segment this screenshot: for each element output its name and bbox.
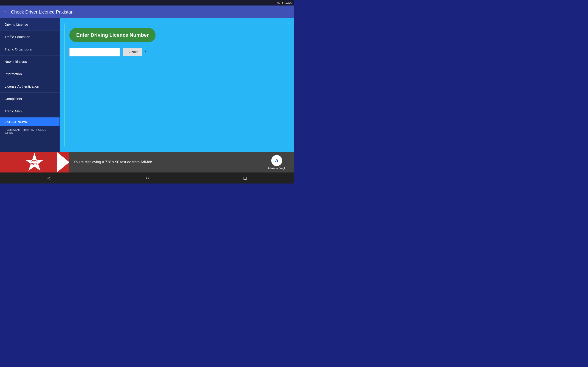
sidebar-item-license-authentication[interactable]: License Authentication <box>0 80 60 93</box>
sidebar-label-information: Information <box>5 72 22 76</box>
sidebar-item-complaints[interactable]: Complaints <box>0 93 60 105</box>
recents-button[interactable]: □ <box>244 175 247 181</box>
app-title: Check Driver Licence Pakistan <box>11 9 73 15</box>
sidebar-label-traffic-map: Traffic Map <box>5 109 22 113</box>
status-bar: 4G ⚡ 12:25 <box>0 0 294 6</box>
admob-label: AdMob by Google <box>268 167 286 169</box>
sidebar-label-traffic-organogram: Traffic Organogram <box>5 47 34 51</box>
ad-arrow-icon <box>57 152 69 173</box>
nav-bar: ◁ ○ □ <box>0 173 294 184</box>
content-area: Enter Driving Licence Number Submit * <box>60 18 294 152</box>
ad-text-section: You're displaying a 728 x 90 test ad fro… <box>69 160 259 164</box>
sidebar-item-driving-license[interactable]: Driving License <box>0 18 60 31</box>
form-card: Enter Driving Licence Number Submit * <box>64 23 289 147</box>
sidebar-label-traffic-education: Traffic Education <box>5 35 30 39</box>
sidebar: Driving License Traffic Education Traffi… <box>0 18 60 152</box>
ad-text: You're displaying a 728 x 90 test ad fro… <box>73 160 153 164</box>
latest-news-header: LATEST NEWS <box>0 117 60 126</box>
battery-icon: ⚡ <box>281 2 284 4</box>
sidebar-item-traffic-organogram[interactable]: Traffic Organogram <box>0 43 60 56</box>
submit-button[interactable]: Submit <box>123 48 142 56</box>
sidebar-item-traffic-map[interactable]: Traffic Map <box>0 105 60 117</box>
sidebar-item-traffic-education[interactable]: Traffic Education <box>0 31 60 43</box>
ad-great-work-text: Great work! <box>27 159 41 166</box>
sidebar-label-driving-license: Driving License <box>5 23 28 26</box>
sidebar-item-new-initiatives[interactable]: New Initiatives <box>0 56 60 68</box>
form-header: Enter Driving Licence Number <box>69 28 156 42</box>
main-layout: Driving License Traffic Education Traffi… <box>0 18 294 152</box>
ad-logo-section: a AdMob by Google <box>259 155 294 169</box>
back-button[interactable]: ◁ <box>47 175 51 181</box>
sidebar-label-license-authentication: License Authentication <box>5 84 39 88</box>
ad-red-section: Great work! <box>0 152 69 173</box>
signal-icon: 4G <box>277 2 280 4</box>
home-button[interactable]: ○ <box>146 175 149 181</box>
hamburger-menu-icon[interactable]: ≡ <box>4 10 6 14</box>
sidebar-label-new-initiatives: New Initiatives <box>5 60 27 64</box>
admob-logo-icon: a <box>271 155 282 166</box>
ad-banner: Great work! You're displaying a 728 x 90… <box>0 152 294 173</box>
form-header-text: Enter Driving Licence Number <box>76 32 149 38</box>
news-items: PESHAWAR · TRAFFIC · POLICE · WEDS <box>0 126 60 136</box>
sidebar-item-information[interactable]: Information <box>0 68 60 80</box>
form-row: Submit * <box>69 48 284 56</box>
licence-number-input[interactable] <box>69 48 120 56</box>
app-bar: ≡ Check Driver Licence Pakistan <box>0 6 294 18</box>
required-marker: * <box>145 50 147 54</box>
clock: 12:25 <box>285 1 292 4</box>
sidebar-label-complaints: Complaints <box>5 97 22 101</box>
